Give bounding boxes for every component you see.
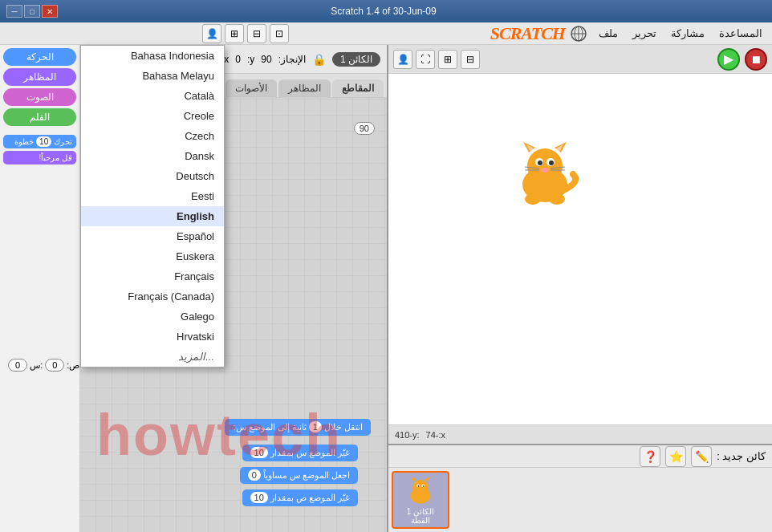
globe-icon[interactable] — [570, 25, 587, 43]
svg-point-20 — [549, 193, 565, 205]
star-sprite-btn[interactable]: ⭐ — [665, 446, 686, 467]
svg-point-28 — [423, 485, 425, 487]
lang-item-6[interactable]: Deutsch — [81, 166, 224, 186]
lang-item-11[interactable]: Français — [81, 266, 224, 286]
stage-canvas — [388, 74, 772, 424]
sprite-thumb-cat[interactable]: الكائن 1 القطة — [392, 471, 449, 529]
maximize-button[interactable]: □ — [24, 5, 40, 18]
paint-sprite-btn[interactable]: ✏️ — [691, 446, 712, 467]
counter-label-x: :س — [30, 360, 43, 371]
lang-item-3[interactable]: Creole — [81, 106, 224, 126]
script-block-1[interactable]: انتقل خلال 1 ثانية إلى الموضع س: — [225, 419, 371, 436]
person-btn[interactable]: 👤 — [393, 50, 412, 69]
svg-point-22 — [411, 488, 431, 504]
sprite-thumb-cat-img — [404, 475, 437, 507]
lang-item-12[interactable]: Français (Canada) — [81, 286, 224, 307]
lang-item-8[interactable]: English — [81, 206, 224, 226]
counter-row-1: ص: 0 :س 0 — [8, 359, 79, 372]
window-controls[interactable]: ─ □ ✕ — [6, 5, 58, 18]
stop-btn[interactable]: ⏹ — [745, 48, 767, 71]
lang-item-10[interactable]: Euskera — [81, 246, 224, 266]
lang-item-1[interactable]: Bahasa Melayu — [81, 66, 224, 86]
counter-val-x: 0 — [8, 359, 27, 372]
svg-point-14 — [541, 168, 549, 173]
sprite-library-label: كائن جديد : — [717, 450, 766, 462]
coord-y-val: -410 — [395, 430, 412, 440]
sprite-library-toolbar: كائن جديد : ✏️ ⭐ ❓ — [388, 445, 772, 468]
completion-label: الإنجاز: — [278, 54, 306, 65]
coord-x-label: x: — [439, 430, 446, 440]
sprite-thumb-name: الكائن 1 — [407, 507, 434, 516]
expand-btn-2[interactable]: ⊟ — [247, 24, 266, 43]
lang-item-more[interactable]: ...المزيد — [81, 347, 224, 367]
coord-x-val: -74 — [426, 430, 439, 440]
coord-y-label: :y — [412, 430, 420, 440]
lang-item-13[interactable]: Galego — [81, 307, 224, 327]
num-display-90: 90 — [354, 122, 375, 135]
sound-category-btn[interactable]: الصوت — [3, 88, 76, 106]
menu-item-help[interactable]: المساعدة — [713, 25, 769, 42]
completion-val: 90 — [261, 54, 271, 65]
title-bar: ─ □ ✕ Scratch 1.4 of 30-Jun-09 — [0, 0, 772, 22]
lang-item-5[interactable]: Dansk — [81, 146, 224, 166]
sprite-library: كائن جديد : ✏️ ⭐ ❓ — [388, 444, 772, 532]
scratch-logo: SCRATCH — [490, 23, 565, 44]
lang-item-4[interactable]: Czech — [81, 126, 224, 146]
block-categories-panel: الحركة المظاهر الصوت القلم تحرك 10 خطوة … — [0, 45, 80, 532]
tab-sounds[interactable]: الأصوات — [226, 79, 277, 97]
sprite-thumb-sub: القطة — [411, 516, 430, 525]
green-flag-btn[interactable]: ▶ — [717, 48, 740, 71]
menu-bar: المساعدة مشاركة تحرير ملف SCRATCH 👤 ⊞ ⊟ … — [0, 22, 772, 45]
tab-costumes[interactable]: المظاهر — [278, 79, 331, 97]
svg-marker-23 — [411, 477, 416, 481]
person-icon-btn[interactable]: 👤 — [202, 24, 221, 43]
language-dropdown: Bahasa Indonesia Bahasa Melayu Català Cr… — [80, 45, 225, 368]
lang-item-0[interactable]: Bahasa Indonesia — [81, 46, 224, 66]
motion-category-btn[interactable]: الحركة — [3, 48, 76, 66]
menu-item-file[interactable]: ملف — [592, 25, 624, 42]
close-button[interactable]: ✕ — [42, 5, 58, 18]
svg-point-19 — [525, 193, 541, 205]
stage-toolbar: 👤 ⛶ ⊞ ⊟ ▶ ⏹ — [388, 45, 772, 74]
script-block-3[interactable]: اجعل الموضع س مساوياً 0 — [240, 467, 358, 484]
zoom-btn[interactable]: ⊟ — [461, 50, 480, 69]
svg-point-5 — [527, 148, 563, 184]
counter-label-s: ص: — [67, 360, 79, 371]
sprite-list: الكائن 1 القطة — [388, 468, 772, 532]
expand-btn-1[interactable]: ⊞ — [225, 24, 244, 43]
stage-coord-bar: x: -74 :y -410 — [388, 424, 772, 444]
motion-block-1[interactable]: تحرك 10 خطوة — [3, 135, 76, 148]
looks-block-1[interactable]: قل مرحباً! — [3, 151, 76, 164]
script-block-4[interactable]: غيّر الموضع ص بمقدار 10 — [242, 489, 358, 506]
svg-point-13 — [549, 160, 554, 165]
expand-btn-3[interactable]: ⊡ — [270, 24, 289, 43]
lang-item-2[interactable]: Català — [81, 86, 224, 106]
fitscreen-btn[interactable]: ⛶ — [416, 50, 435, 69]
stage-area: 👤 ⛶ ⊞ ⊟ ▶ ⏹ — [387, 45, 772, 532]
counter-val-s: 0 — [45, 359, 64, 372]
lang-item-7[interactable]: Eesti — [81, 186, 224, 206]
tab-scripts[interactable]: المقاطع — [332, 79, 384, 97]
window-title: Scratch 1.4 of 30-Jun-09 — [58, 6, 709, 17]
svg-point-12 — [538, 160, 542, 165]
script-block-2[interactable]: غيّر الموضع س بمقدار 10 — [242, 445, 358, 461]
y-label: y: — [247, 54, 254, 65]
lang-item-9[interactable]: Español — [81, 226, 224, 246]
minimize-button[interactable]: ─ — [6, 5, 22, 18]
svg-marker-24 — [425, 477, 430, 481]
lock-icon: 🔒 — [312, 53, 326, 66]
menu-item-share[interactable]: مشاركة — [664, 25, 711, 42]
menu-item-edit[interactable]: تحرير — [626, 25, 663, 42]
help-sprite-btn[interactable]: ❓ — [640, 446, 660, 467]
pen-category-btn[interactable]: القلم — [3, 108, 76, 126]
scratch-cat — [509, 138, 581, 210]
sprite-name: الكائن 1 — [332, 52, 380, 67]
fullscreen-btn[interactable]: ⊞ — [438, 50, 457, 69]
y-val: 0 — [235, 54, 241, 65]
lang-item-14[interactable]: Hrvatski — [81, 327, 224, 347]
looks-category-btn[interactable]: المظاهر — [3, 68, 76, 86]
svg-point-27 — [417, 485, 419, 487]
